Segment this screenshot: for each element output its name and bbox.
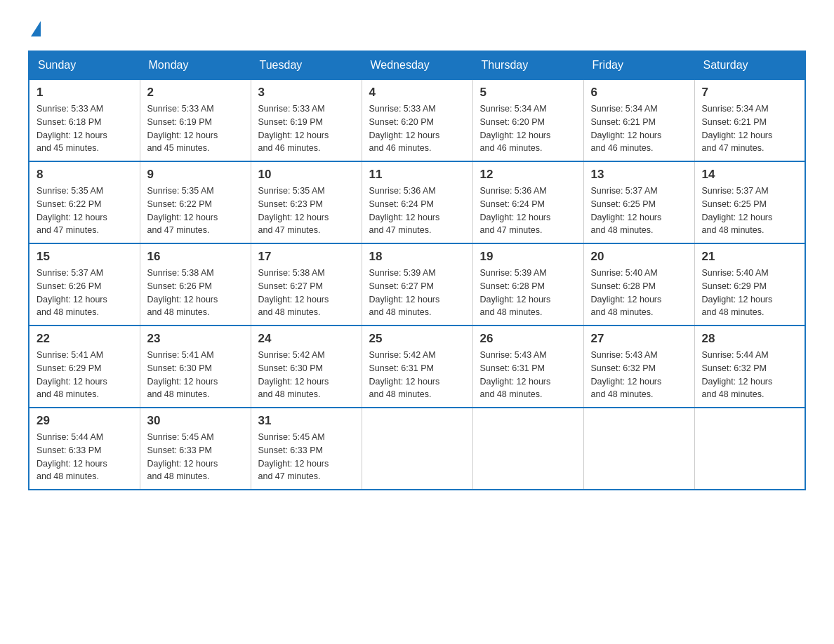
col-wednesday: Wednesday [362,51,472,79]
day-number: 18 [369,250,465,264]
day-info: Sunrise: 5:35 AMSunset: 6:22 PMDaylight:… [147,185,244,237]
calendar-cell: 23 Sunrise: 5:41 AMSunset: 6:30 PMDaylig… [140,326,251,408]
calendar-table: Sunday Monday Tuesday Wednesday Thursday… [28,51,806,490]
day-number: 20 [591,250,687,264]
calendar-cell: 12 Sunrise: 5:36 AMSunset: 6:24 PMDaylig… [472,161,583,243]
day-number: 28 [702,332,798,346]
day-info: Sunrise: 5:43 AMSunset: 6:31 PMDaylight:… [480,349,576,401]
day-number: 27 [591,332,687,346]
calendar-week-row: 8 Sunrise: 5:35 AMSunset: 6:22 PMDayligh… [29,161,805,243]
day-info: Sunrise: 5:44 AMSunset: 6:32 PMDaylight:… [702,349,798,401]
day-number: 13 [591,168,687,182]
header [28,21,806,36]
calendar-cell: 18 Sunrise: 5:39 AMSunset: 6:27 PMDaylig… [362,243,472,326]
day-info: Sunrise: 5:38 AMSunset: 6:26 PMDaylight:… [147,267,244,319]
day-info: Sunrise: 5:34 AMSunset: 6:21 PMDaylight:… [702,102,798,155]
day-number: 8 [37,168,133,182]
calendar-cell [472,408,583,490]
day-number: 23 [147,332,244,346]
day-number: 3 [258,86,355,100]
day-info: Sunrise: 5:40 AMSunset: 6:28 PMDaylight:… [591,267,687,319]
day-info: Sunrise: 5:39 AMSunset: 6:27 PMDaylight:… [369,267,465,319]
day-number: 22 [37,332,133,346]
calendar-week-row: 1 Sunrise: 5:33 AMSunset: 6:18 PMDayligh… [29,79,805,161]
calendar-cell: 9 Sunrise: 5:35 AMSunset: 6:22 PMDayligh… [140,161,251,243]
day-number: 24 [258,332,355,346]
calendar-cell: 25 Sunrise: 5:42 AMSunset: 6:31 PMDaylig… [362,326,472,408]
day-number: 16 [147,250,244,264]
day-number: 7 [702,86,798,100]
day-info: Sunrise: 5:41 AMSunset: 6:30 PMDaylight:… [147,349,244,401]
calendar-cell: 29 Sunrise: 5:44 AMSunset: 6:33 PMDaylig… [29,408,140,490]
logo [28,21,41,36]
day-info: Sunrise: 5:33 AMSunset: 6:19 PMDaylight:… [258,102,355,155]
day-info: Sunrise: 5:34 AMSunset: 6:21 PMDaylight:… [591,102,687,155]
day-info: Sunrise: 5:44 AMSunset: 6:33 PMDaylight:… [37,431,133,483]
logo-triangle-icon [31,21,41,36]
col-saturday: Saturday [694,51,805,79]
calendar-cell: 16 Sunrise: 5:38 AMSunset: 6:26 PMDaylig… [140,243,251,326]
day-number: 30 [147,414,244,428]
calendar-header-row: Sunday Monday Tuesday Wednesday Thursday… [29,51,805,79]
day-info: Sunrise: 5:33 AMSunset: 6:19 PMDaylight:… [147,102,244,155]
day-number: 4 [369,86,465,100]
calendar-cell: 22 Sunrise: 5:41 AMSunset: 6:29 PMDaylig… [29,326,140,408]
day-info: Sunrise: 5:33 AMSunset: 6:18 PMDaylight:… [37,102,133,155]
calendar-cell: 15 Sunrise: 5:37 AMSunset: 6:26 PMDaylig… [29,243,140,326]
day-number: 31 [258,414,355,428]
calendar-cell: 24 Sunrise: 5:42 AMSunset: 6:30 PMDaylig… [251,326,362,408]
day-number: 10 [258,168,355,182]
calendar-cell [694,408,805,490]
calendar-cell: 2 Sunrise: 5:33 AMSunset: 6:19 PMDayligh… [140,79,251,161]
col-thursday: Thursday [472,51,583,79]
day-info: Sunrise: 5:34 AMSunset: 6:20 PMDaylight:… [480,102,576,155]
day-number: 12 [480,168,576,182]
calendar-cell: 6 Sunrise: 5:34 AMSunset: 6:21 PMDayligh… [583,79,694,161]
day-info: Sunrise: 5:36 AMSunset: 6:24 PMDaylight:… [480,185,576,237]
day-info: Sunrise: 5:37 AMSunset: 6:25 PMDaylight:… [591,185,687,237]
col-sunday: Sunday [29,51,140,79]
day-number: 1 [37,86,133,100]
day-info: Sunrise: 5:41 AMSunset: 6:29 PMDaylight:… [37,349,133,401]
day-info: Sunrise: 5:45 AMSunset: 6:33 PMDaylight:… [147,431,244,483]
calendar-week-row: 29 Sunrise: 5:44 AMSunset: 6:33 PMDaylig… [29,408,805,490]
calendar-cell: 13 Sunrise: 5:37 AMSunset: 6:25 PMDaylig… [583,161,694,243]
calendar-cell: 5 Sunrise: 5:34 AMSunset: 6:20 PMDayligh… [472,79,583,161]
day-info: Sunrise: 5:43 AMSunset: 6:32 PMDaylight:… [591,349,687,401]
day-info: Sunrise: 5:37 AMSunset: 6:26 PMDaylight:… [37,267,133,319]
calendar-cell: 19 Sunrise: 5:39 AMSunset: 6:28 PMDaylig… [472,243,583,326]
calendar-cell: 21 Sunrise: 5:40 AMSunset: 6:29 PMDaylig… [694,243,805,326]
day-info: Sunrise: 5:36 AMSunset: 6:24 PMDaylight:… [369,185,465,237]
col-monday: Monday [140,51,251,79]
day-number: 6 [591,86,687,100]
day-number: 21 [702,250,798,264]
calendar-cell: 30 Sunrise: 5:45 AMSunset: 6:33 PMDaylig… [140,408,251,490]
day-number: 11 [369,168,465,182]
day-number: 5 [480,86,576,100]
calendar-cell: 14 Sunrise: 5:37 AMSunset: 6:25 PMDaylig… [694,161,805,243]
day-info: Sunrise: 5:35 AMSunset: 6:22 PMDaylight:… [37,185,133,237]
calendar-cell: 17 Sunrise: 5:38 AMSunset: 6:27 PMDaylig… [251,243,362,326]
calendar-week-row: 15 Sunrise: 5:37 AMSunset: 6:26 PMDaylig… [29,243,805,326]
day-number: 2 [147,86,244,100]
day-info: Sunrise: 5:42 AMSunset: 6:31 PMDaylight:… [369,349,465,401]
col-tuesday: Tuesday [251,51,362,79]
day-number: 25 [369,332,465,346]
day-info: Sunrise: 5:35 AMSunset: 6:23 PMDaylight:… [258,185,355,237]
calendar-cell: 3 Sunrise: 5:33 AMSunset: 6:19 PMDayligh… [251,79,362,161]
day-number: 14 [702,168,798,182]
calendar-cell: 10 Sunrise: 5:35 AMSunset: 6:23 PMDaylig… [251,161,362,243]
day-info: Sunrise: 5:45 AMSunset: 6:33 PMDaylight:… [258,431,355,483]
day-number: 29 [37,414,133,428]
calendar-cell: 8 Sunrise: 5:35 AMSunset: 6:22 PMDayligh… [29,161,140,243]
calendar-week-row: 22 Sunrise: 5:41 AMSunset: 6:29 PMDaylig… [29,326,805,408]
day-number: 26 [480,332,576,346]
day-info: Sunrise: 5:33 AMSunset: 6:20 PMDaylight:… [369,102,465,155]
day-info: Sunrise: 5:39 AMSunset: 6:28 PMDaylight:… [480,267,576,319]
calendar-cell: 1 Sunrise: 5:33 AMSunset: 6:18 PMDayligh… [29,79,140,161]
calendar-cell [362,408,472,490]
day-number: 17 [258,250,355,264]
calendar-cell: 11 Sunrise: 5:36 AMSunset: 6:24 PMDaylig… [362,161,472,243]
calendar-cell: 31 Sunrise: 5:45 AMSunset: 6:33 PMDaylig… [251,408,362,490]
calendar-cell: 27 Sunrise: 5:43 AMSunset: 6:32 PMDaylig… [583,326,694,408]
